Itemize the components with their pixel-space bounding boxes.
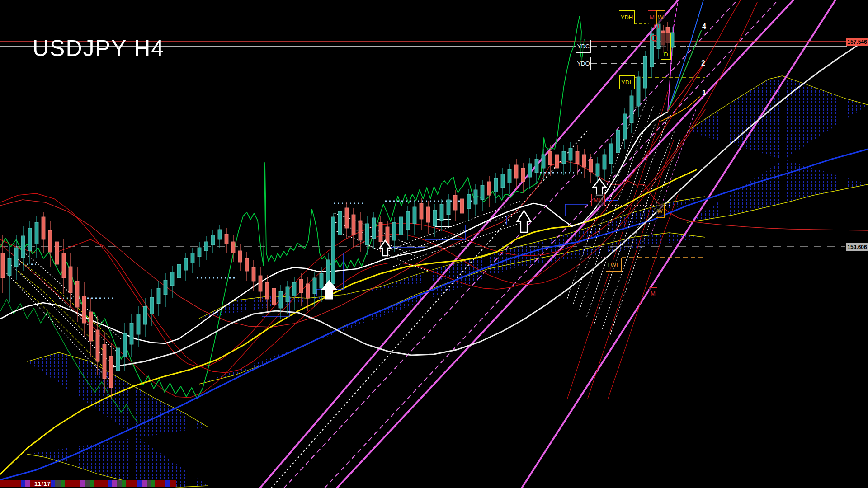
strip-block: [94, 480, 108, 487]
strip-block: [142, 480, 147, 487]
marker-box-label: YDH: [621, 14, 633, 21]
projection-label-2: 2: [701, 59, 705, 67]
marker-box-label: W: [657, 207, 663, 214]
ichimoku-clouds: [27, 76, 868, 487]
series-fan-white-R5: [573, 100, 646, 304]
chart-canvas: USDJPY H4 157.546 153.606 YDHMWYDCYDOYDL…: [0, 0, 868, 488]
strip-block: [25, 480, 30, 487]
strip-block: [165, 480, 170, 487]
marker-box-label: YDO: [577, 60, 590, 67]
marker-box-lwl[interactable]: LWL: [606, 258, 622, 272]
strip-block: [85, 480, 90, 487]
marker-box-ydh[interactable]: YDH: [619, 10, 635, 24]
series-proj-orange: [661, 97, 700, 121]
marker-box-label: YDL: [621, 79, 632, 86]
marker-box-mh[interactable]: MH: [591, 194, 605, 206]
marker-box-label: M: [651, 290, 656, 297]
projection-label-1: 1: [702, 89, 706, 97]
strip-block: [112, 480, 117, 487]
strip-block: [65, 480, 80, 487]
marker-box-w-mid[interactable]: W: [656, 204, 665, 218]
strip-block: [108, 480, 112, 487]
marker-box-label: D: [664, 51, 668, 58]
price-tag-upper: 157.546: [846, 38, 868, 46]
marker-box-m-top[interactable]: M: [648, 10, 656, 24]
strip-block: [151, 480, 155, 487]
strip-block: [147, 480, 151, 487]
marker-box-m-low[interactable]: M: [649, 287, 657, 299]
marker-box-label: W: [658, 14, 663, 21]
strip-block: [61, 480, 65, 487]
projection-label-4: 4: [702, 23, 706, 31]
marker-box-label: YDC: [577, 43, 590, 50]
marker-box-label: M: [650, 14, 655, 21]
marker-box-label: MH: [594, 197, 603, 203]
series-magenta-dashed-1: [284, 0, 737, 488]
marker-box-d-box[interactable]: D: [661, 33, 671, 60]
series-proj-red: [668, 66, 702, 112]
strip-block: [122, 480, 126, 487]
series-red-fan-2: [588, 140, 674, 399]
strip-block: [55, 480, 61, 487]
strip-block: [117, 480, 122, 487]
strip-block: [51, 480, 55, 487]
date-label: 11/17: [34, 480, 51, 487]
strip-block: [0, 480, 21, 487]
strip-block: [90, 480, 94, 487]
series-green-zigzag: [0, 16, 585, 399]
strip-block: [126, 480, 137, 487]
strip-block: [21, 480, 25, 487]
candlesticks: [1, 17, 674, 399]
price-tag-lower: 153.606: [846, 243, 868, 251]
strip-block: [155, 480, 165, 487]
marker-box-ydl[interactable]: YDL: [619, 75, 635, 89]
marker-box-ydc[interactable]: YDC: [576, 40, 591, 53]
marker-box-ydo[interactable]: YDO: [576, 57, 591, 70]
strip-block: [170, 480, 176, 487]
strip-block: [137, 480, 142, 487]
price-chart[interactable]: [0, 0, 868, 488]
up-arrow-icon: [517, 211, 531, 232]
marker-box-label: LWL: [608, 262, 620, 268]
up-arrow-icon: [593, 179, 606, 195]
strip-block: [80, 480, 85, 487]
page-title: USDJPY H4: [33, 35, 165, 61]
marker-box-w-top[interactable]: W: [656, 10, 665, 24]
timeframe-strip[interactable]: [0, 480, 176, 487]
